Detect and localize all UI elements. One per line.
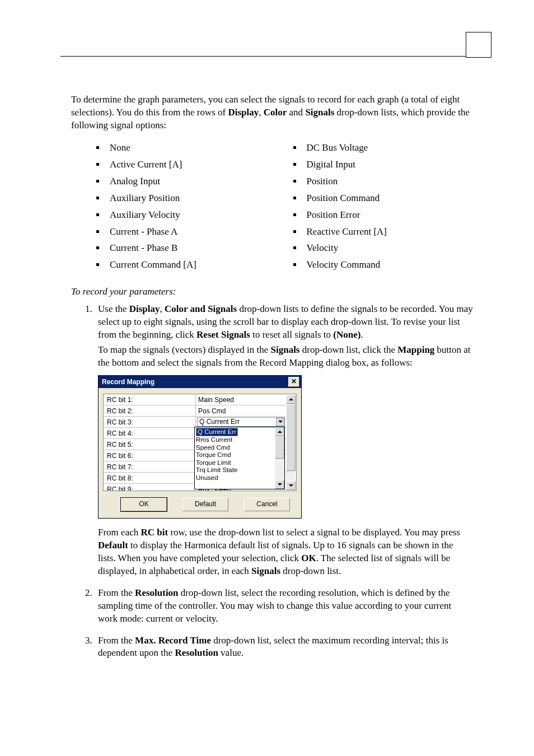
text: , [259, 107, 264, 118]
scroll-thumb[interactable] [286, 404, 296, 471]
signal-options-columns: None Active Current [A] Analog Input Aux… [96, 138, 473, 276]
text: From the [98, 635, 135, 646]
dialog-titlebar[interactable]: Record Mapping ✕ [99, 376, 301, 388]
text: row, use the drop-down list to select a … [168, 527, 460, 538]
list-item: Position [293, 175, 474, 188]
listbox-scrollbar[interactable] [275, 427, 284, 489]
list-item: Reactive Current [A] [293, 226, 474, 239]
text: To map the signals (vectors) displayed i… [98, 344, 271, 355]
rc-bit-label: RC bit 6: [104, 450, 196, 461]
dialog-title: Record Mapping [102, 377, 154, 386]
default-button[interactable]: Default [182, 498, 228, 511]
scroll-up-icon[interactable] [275, 427, 284, 436]
list-item[interactable]: Trq Limit State [196, 466, 275, 474]
text: From the [98, 587, 135, 598]
header-page-box [466, 32, 491, 58]
scroll-down-icon[interactable] [275, 480, 284, 489]
ok-button[interactable]: OK [121, 498, 167, 511]
dialog-body: RC bit 1: Main Speed RC bit 2: Pos Cmd R… [99, 388, 301, 518]
list-item-selected[interactable]: Q Current Err [196, 428, 238, 437]
text-bold: Signals [305, 107, 334, 118]
procedure-steps: Use the Display, Color and Signals drop-… [71, 303, 473, 660]
procedure-heading: To record your parameters: [71, 286, 473, 298]
list-item: DC Bus Voltage [293, 142, 474, 155]
rc-bit-label: RC bit 3: [104, 417, 196, 427]
rc-bit-label: RC bit 9: [104, 484, 196, 491]
text: , [160, 304, 165, 314]
table-row: RC bit 1: Main Speed [104, 394, 286, 405]
list-item[interactable]: Rms Current [196, 436, 275, 444]
dialog-buttons: OK Default Cancel [103, 498, 297, 511]
text: . [360, 329, 363, 340]
text-bold: Resolution [175, 647, 218, 658]
list-item: Auxiliary Velocity [96, 209, 277, 222]
header-rule [60, 56, 491, 57]
scroll-up-icon[interactable] [286, 395, 296, 404]
step-2: From the Resolution drop-down list, sele… [95, 587, 473, 626]
list-item: Current - Phase A [96, 226, 277, 239]
text-bold: Display [129, 304, 160, 314]
list-item: None [96, 142, 277, 155]
text-bold: Signals [271, 344, 300, 355]
signal-options-left: None Active Current [A] Analog Input Aux… [96, 138, 277, 276]
list-item: Position Command [293, 192, 474, 205]
list-item[interactable]: Unused [196, 474, 275, 482]
signal-options-right: DC Bus Voltage Digital Input Position Po… [293, 138, 474, 276]
rc-bit-label: RC bit 7: [104, 461, 196, 472]
list-item: Current - Phase B [96, 242, 277, 255]
text-bold: OK [301, 553, 316, 563]
text-bold: Resolution [135, 587, 178, 598]
table-row: RC bit 2: Pos Cmd [104, 405, 286, 417]
text-bold: Max. Record Time [135, 635, 211, 646]
text: drop-down list. [280, 566, 341, 576]
intro-paragraph: To determine the graph parameters, you c… [71, 94, 473, 132]
dropdown-listbox[interactable]: Q Current Err Rms Current Speed Cmd Torq… [194, 427, 285, 489]
text: and [287, 107, 305, 118]
rc-bit-label: RC bit 4: [104, 428, 196, 438]
rc-bit-label: RC bit 8: [104, 473, 196, 483]
rc-bit-label: RC bit 1: [104, 394, 196, 405]
text: drop-down list, click the [300, 344, 398, 355]
text-bold: Default [98, 540, 128, 550]
list-item[interactable]: Torque Cmd [196, 451, 275, 459]
rc-bit-combo[interactable]: Q Current Err [196, 417, 286, 427]
table-row: RC bit 3: Q Current Err [104, 417, 286, 428]
text-bold: RC bit [140, 527, 168, 538]
list-item: Digital Input [293, 158, 474, 171]
text-bold: Reset Signals [196, 329, 250, 340]
cancel-button[interactable]: Cancel [244, 498, 290, 511]
text: value. [218, 647, 243, 658]
rc-bit-grid: RC bit 1: Main Speed RC bit 2: Pos Cmd R… [103, 394, 297, 491]
rc-bit-value[interactable]: Main Speed [196, 394, 286, 405]
record-mapping-dialog: Record Mapping ✕ RC bit 1: Main Speed RC… [98, 375, 302, 519]
scroll-down-icon[interactable] [286, 481, 296, 490]
list-item: Velocity [293, 242, 474, 255]
text: Use the [98, 304, 129, 314]
chevron-down-icon[interactable] [276, 418, 284, 426]
list-item: Position Error [293, 209, 474, 222]
text-bold: Color and Signals [165, 304, 237, 314]
step-3: From the Max. Record Time drop-down list… [95, 634, 473, 660]
text: to reset all signals to [250, 329, 333, 340]
rc-bit-value[interactable]: Pos Cmd [196, 405, 286, 416]
text-bold: Signals [251, 566, 280, 576]
grid-scrollbar[interactable] [286, 395, 296, 490]
list-item: Velocity Command [293, 259, 474, 272]
text-bold: Mapping [397, 344, 434, 355]
scroll-thumb[interactable] [275, 436, 284, 459]
text-bold: Color [264, 107, 287, 118]
rc-bit-label: RC bit 2: [104, 405, 196, 416]
text-bold: Display [228, 107, 259, 118]
list-item: Analog Input [96, 175, 277, 188]
list-item[interactable]: Speed Cmd [196, 444, 275, 452]
close-icon[interactable]: ✕ [288, 377, 299, 387]
list-item: Current Command [A] [96, 259, 277, 272]
list-item: Active Current [A] [96, 158, 277, 171]
combo-value: Q Current Err [199, 417, 240, 426]
text: From each [98, 527, 140, 538]
list-item[interactable]: Torque Limit [196, 459, 275, 467]
page-content: To determine the graph parameters, you c… [71, 84, 473, 669]
step-1: Use the Display, Color and Signals drop-… [95, 303, 473, 577]
list-item: Auxiliary Position [96, 192, 277, 205]
rc-bit-label: RC bit 5: [104, 439, 196, 450]
